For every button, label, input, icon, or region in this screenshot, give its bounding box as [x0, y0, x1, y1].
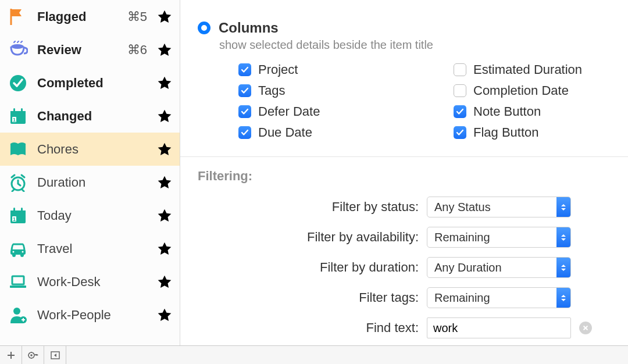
columns-checkbox-grid: Project Estimated Duration Tags Completi…: [238, 62, 611, 140]
sidebar-item-label: Travel: [37, 241, 148, 256]
filter-availability-value: Remaining: [434, 231, 490, 244]
sidebar-item-today[interactable]: Today: [0, 199, 180, 232]
select-stepper-icon: [556, 227, 570, 247]
car-icon: [6, 237, 30, 260]
favorite-star-icon[interactable]: [155, 107, 174, 126]
column-checkbox-label: Due Date: [258, 125, 312, 140]
column-checkbox-label: Tags: [258, 83, 285, 98]
sidebar-item-review[interactable]: Review ⌘6: [0, 33, 180, 66]
favorite-star-icon[interactable]: [155, 273, 174, 291]
add-button[interactable]: [0, 346, 22, 365]
filter-duration-value: Any Duration: [434, 261, 502, 274]
bottom-toolbar: [0, 345, 628, 364]
calendar-icon: [6, 204, 30, 227]
sidebar-item-label: Completed: [37, 76, 148, 91]
sidebar-item-label: Flagged: [37, 9, 120, 24]
column-checkbox-label: Completion Date: [473, 83, 569, 98]
favorite-star-icon[interactable]: [155, 41, 174, 59]
column-checkbox-label: Estimated Duration: [473, 62, 582, 77]
book-icon: [6, 138, 30, 161]
flag-icon: [6, 5, 30, 28]
select-stepper-icon: [556, 197, 570, 217]
columns-section-title: Columns: [219, 20, 279, 36]
sidebar-item-duration[interactable]: Duration: [0, 166, 180, 199]
sidebar-item-chores[interactable]: Chores: [0, 133, 180, 166]
sidebar-item-completed[interactable]: Completed: [0, 66, 180, 99]
filtering-section-title: Filtering:: [198, 169, 611, 184]
sidebar-item-changed[interactable]: Changed: [0, 99, 180, 133]
filter-status-value: Any Status: [434, 201, 491, 214]
section-divider: [180, 156, 628, 157]
filter-duration-select[interactable]: Any Duration: [427, 257, 571, 278]
column-note-button-checkbox[interactable]: [454, 105, 466, 118]
columns-section-subtitle: show selected details beside the item ti…: [219, 38, 611, 52]
filter-tags-select[interactable]: Remaining: [427, 287, 571, 308]
sidebar-item-label: Today: [37, 208, 148, 223]
columns-radio[interactable]: [198, 22, 210, 34]
column-checkbox-label: Flag Button: [473, 125, 539, 140]
favorite-star-icon[interactable]: [155, 306, 174, 324]
collapse-sidebar-button[interactable]: [44, 346, 66, 365]
favorite-star-icon[interactable]: [155, 8, 174, 26]
sidebar: Flagged ⌘5 Review ⌘6 Completed Changed C…: [0, 0, 180, 345]
column-defer-date-checkbox[interactable]: [238, 105, 251, 118]
cup-icon: [6, 38, 30, 62]
sidebar-item-label: Work-Desk: [37, 274, 148, 290]
sidebar-item-travel[interactable]: Travel: [0, 232, 180, 265]
column-estimated-duration-checkbox[interactable]: [454, 63, 466, 76]
sidebar-item-label: Review: [37, 42, 120, 58]
sidebar-item-label: Duration: [37, 175, 148, 190]
column-tags-checkbox[interactable]: [238, 84, 251, 97]
favorite-star-icon[interactable]: [155, 206, 174, 225]
sidebar-item-work-desk[interactable]: Work-Desk: [0, 265, 180, 298]
column-project-checkbox[interactable]: [238, 63, 251, 76]
find-text-input[interactable]: [427, 317, 571, 338]
column-completion-date-checkbox[interactable]: [454, 84, 466, 97]
column-checkbox-label: Note Button: [473, 104, 541, 119]
filter-tags-label: Filter tags:: [198, 290, 419, 305]
calendar-icon: [6, 105, 30, 128]
favorite-star-icon[interactable]: [155, 173, 174, 192]
favorite-star-icon[interactable]: [155, 140, 174, 159]
check-icon: [6, 72, 30, 95]
sidebar-item-shortcut: ⌘5: [127, 9, 147, 24]
clear-find-button[interactable]: [579, 322, 592, 334]
select-stepper-icon: [556, 258, 570, 277]
filter-status-select[interactable]: Any Status: [427, 197, 571, 217]
sidebar-item-work-people[interactable]: Work-People: [0, 298, 180, 331]
main-panel: Columns show selected details beside the…: [180, 0, 628, 345]
filter-availability-select[interactable]: Remaining: [427, 227, 571, 248]
favorite-star-icon[interactable]: [155, 240, 174, 258]
filter-status-label: Filter by status:: [198, 199, 419, 215]
sidebar-item-label: Chores: [37, 142, 148, 157]
favorite-star-icon[interactable]: [155, 74, 174, 92]
filter-availability-label: Filter by availability:: [198, 230, 419, 245]
column-checkbox-label: Defer Date: [258, 104, 320, 119]
select-stepper-icon: [556, 288, 570, 308]
laptop-icon: [6, 270, 30, 294]
filter-tags-value: Remaining: [434, 291, 490, 305]
column-flag-button-checkbox[interactable]: [454, 126, 466, 139]
column-checkbox-label: Project: [258, 62, 298, 77]
sidebar-item-shortcut: ⌘6: [127, 42, 147, 58]
gear-menu-button[interactable]: [22, 346, 44, 365]
alarm-icon: [6, 171, 30, 194]
sidebar-item-label: Changed: [37, 109, 148, 124]
column-due-date-checkbox[interactable]: [238, 126, 251, 139]
person-icon: [6, 304, 30, 327]
find-text-label: Find text:: [198, 320, 419, 336]
sidebar-item-flagged[interactable]: Flagged ⌘5: [0, 0, 180, 33]
filter-duration-label: Filter by duration:: [198, 260, 419, 275]
sidebar-item-label: Work-People: [37, 308, 148, 323]
svg-point-1: [30, 354, 33, 356]
